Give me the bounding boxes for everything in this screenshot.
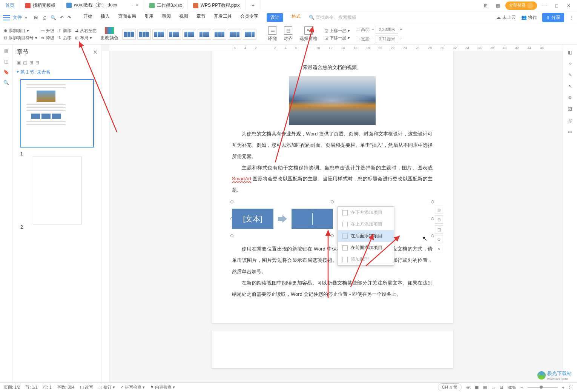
layout-button[interactable]: ⊞ 布局 ▾: [75, 35, 92, 41]
bookmark-icon[interactable]: 🔖: [3, 69, 9, 75]
edit-mode[interactable]: ▢ 改写: [80, 384, 93, 390]
command-search[interactable]: 🔍 查找命令、搜索模板: [309, 14, 356, 21]
zoom-slider[interactable]: [528, 387, 558, 388]
rtl-button[interactable]: ⇄ 从右至左: [75, 28, 97, 34]
handle-br[interactable]: [431, 234, 434, 237]
maximize-button[interactable]: ◻: [552, 1, 561, 10]
menu-vip[interactable]: 会员专享: [240, 13, 258, 22]
sa-tool-4[interactable]: ◇: [435, 235, 443, 243]
close-window-button[interactable]: ✕: [564, 1, 573, 10]
ime-indicator[interactable]: CH ♫ 简: [438, 383, 462, 391]
send-backward-button[interactable]: ◲ 下移一层 ▾: [324, 35, 350, 41]
menu-format[interactable]: 格式: [292, 13, 301, 22]
sa-tool-1[interactable]: ⊞: [435, 206, 443, 214]
panel-close-icon[interactable]: ✕: [93, 49, 98, 56]
sa-tool-3[interactable]: ◫: [435, 225, 443, 234]
add-icon[interactable]: ⊞: [29, 60, 33, 65]
horizontal-ruler[interactable]: 6422468101214161820222426283032343638404…: [109, 45, 563, 51]
document-page-1[interactable]: 索最适合您的文档的视频。 为使您的文档具有专业外观，Word 提供了页眉、页脚、…: [212, 51, 453, 323]
remove-icon[interactable]: ⊟: [35, 60, 39, 65]
settings-icon[interactable]: ⚙: [568, 95, 572, 100]
style-1[interactable]: [122, 29, 136, 40]
pin-icon[interactable]: ◫: [4, 59, 8, 64]
change-color-button[interactable]: 更改颜色: [100, 27, 118, 41]
new-tab-button[interactable]: ＋: [246, 0, 261, 11]
tab-daoketemplate[interactable]: 找稻壳模板: [20, 0, 61, 11]
sa-tool-2[interactable]: ⊟: [435, 215, 443, 224]
zoom-value[interactable]: 80%: [508, 385, 516, 390]
more-icon[interactable]: ⋮: [569, 15, 574, 20]
smartart-style-gallery[interactable]: [122, 29, 256, 40]
search-icon[interactable]: 🔍: [3, 80, 9, 85]
document-page-2[interactable]: [212, 331, 453, 368]
style-9[interactable]: [243, 29, 256, 40]
handle-bc[interactable]: [331, 234, 334, 237]
style-8[interactable]: [228, 29, 241, 40]
expand-icon[interactable]: ▢: [23, 60, 27, 65]
save-icon[interactable]: 🖫: [34, 15, 38, 20]
tab-menu-icon[interactable]: ▫: [132, 3, 133, 8]
close-icon[interactable]: ✕: [135, 3, 138, 7]
select-icon[interactable]: ↖: [568, 84, 572, 89]
coop-button[interactable]: 👥 协作: [521, 14, 537, 21]
move-fwd-button[interactable]: ⇧ 前移: [58, 28, 71, 34]
view-web-icon[interactable]: ▤: [483, 385, 487, 390]
demote-button[interactable]: ⇨ 降级: [41, 35, 54, 41]
handle-mr[interactable]: [431, 217, 434, 220]
promote-button[interactable]: ⇦ 升级: [41, 28, 54, 34]
menu-design[interactable]: 设计: [267, 13, 283, 22]
handle-tc[interactable]: [331, 200, 334, 203]
height-control[interactable]: □ 高度: −2.23厘米+: [357, 26, 402, 34]
menu-review[interactable]: 审阅: [162, 13, 171, 22]
book-icon[interactable]: ▭: [568, 129, 572, 134]
grid2-icon[interactable]: ▦: [493, 1, 502, 10]
spell-check[interactable]: ✓ 拼写检查 ▾: [120, 384, 145, 390]
target-icon[interactable]: ◎: [568, 118, 572, 123]
zoom-out[interactable]: −: [520, 385, 523, 390]
menu-dev[interactable]: 开发工具: [214, 13, 232, 22]
magic-icon[interactable]: ✧: [568, 61, 572, 66]
collapse-icon[interactable]: ▣: [17, 60, 21, 65]
tab-word-doc[interactable]: word教程（新）.docx▫✕: [61, 0, 144, 11]
grid1-icon[interactable]: ⊞: [481, 1, 490, 10]
prop-icon[interactable]: ◧: [568, 50, 572, 55]
zoom-fit-icon[interactable]: ⊡: [500, 385, 503, 390]
menu-chapter[interactable]: 章节: [196, 13, 206, 22]
view-outline-icon[interactable]: ▭: [491, 385, 495, 390]
eye-icon[interactable]: 👁: [466, 385, 470, 390]
menu-start[interactable]: 开始: [83, 13, 92, 22]
add-symbol-button[interactable]: ⊡ 添加项目符号 ▾: [4, 35, 37, 41]
style-6[interactable]: [198, 29, 211, 40]
zoom-in[interactable]: +: [562, 385, 565, 390]
print-icon[interactable]: 🖨: [42, 15, 47, 20]
thumb-1-wrapper[interactable]: 1: [20, 79, 94, 157]
ctx-add-after[interactable]: 在后面添加项目: [338, 230, 394, 242]
redo-icon[interactable]: ↷: [68, 15, 71, 20]
smartart-node-2[interactable]: [292, 209, 333, 229]
thumb-2-wrapper[interactable]: 2: [20, 157, 94, 230]
ctx-add-before[interactable]: 在前面添加项目: [338, 242, 394, 254]
tab-pptx[interactable]: WPS PPT教程.pptx: [188, 0, 246, 11]
cloud-status[interactable]: ☁ 未上云: [496, 14, 516, 21]
style-3[interactable]: [152, 29, 166, 40]
add-item-button[interactable]: ⊕ 添加项目 ▾: [4, 28, 37, 34]
outline-icon[interactable]: ▤: [4, 48, 8, 54]
menu-icon[interactable]: [3, 15, 10, 20]
handle-bl[interactable]: [230, 234, 233, 237]
image-icon[interactable]: 🖼: [568, 106, 572, 112]
handle-tl[interactable]: [230, 200, 233, 203]
preview-icon[interactable]: 🔍: [51, 15, 56, 20]
login-button[interactable]: 立即登录: [505, 2, 537, 10]
style-2[interactable]: [137, 29, 151, 40]
tab-xlsx[interactable]: 工作簿3.xlsx: [144, 0, 188, 11]
menu-view[interactable]: 视图: [179, 13, 188, 22]
smartart-object[interactable]: [文本] ⊞ ⊟ ◫ ◇ ✎ 在下方添加项目 在上方添加项目 在后面: [232, 202, 433, 236]
content-check[interactable]: ⚑ 内容检查 ▾: [150, 384, 175, 390]
width-control[interactable]: □ 宽度: −3.71厘米+: [357, 35, 402, 43]
undo-icon[interactable]: ↶: [60, 15, 64, 20]
minimize-button[interactable]: —: [540, 1, 549, 10]
page-status[interactable]: 页面: 1/2: [4, 384, 20, 390]
track-changes[interactable]: ▢ 修订 ▾: [98, 384, 115, 390]
word-count[interactable]: 字数: 394: [57, 384, 74, 390]
handle-tr[interactable]: [431, 200, 434, 203]
